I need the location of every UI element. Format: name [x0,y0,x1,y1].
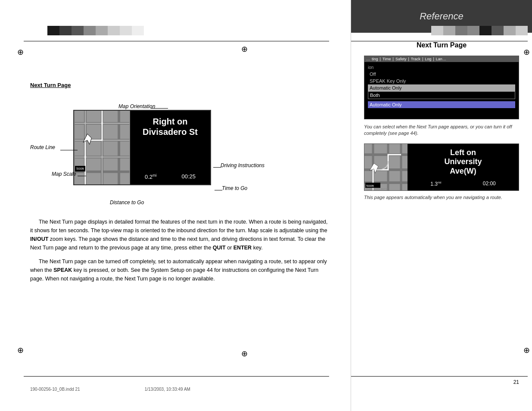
page-line-top-right [351,41,528,41]
svg-text:500ft: 500ft [366,184,374,188]
gps-direction-2: Left onUniversityAve(W) [410,146,516,176]
reg-mark-bottom-center: ⊕ [241,349,248,358]
callout-line-route [60,150,78,150]
gps-distance: 0.2mi [145,173,157,180]
bar-seg-r5 [479,26,492,35]
bar-seg-r8 [516,26,528,35]
page-line-top [30,41,329,41]
menu-separator2: | [393,57,394,61]
settings-auto-only-2: Automatic Only [368,101,515,108]
menu-item-land: Lan… [436,57,446,61]
settings-menu-bar: … ting | Time | Safety | Track | Log | L… [364,56,519,62]
color-bar-left [47,26,144,35]
gps-time: 00:25 [181,173,196,180]
gps-info-area-left: Right onDivisadero St 0.2mi 00:25 [130,111,210,184]
bar-seg-r7 [504,26,516,35]
callout-route-line: Route Line [30,144,55,150]
right-section-title: Next Turn Page [364,41,519,49]
body-para-2: The Next Turn page can be turned off com… [30,257,329,283]
callout-line-orientation [151,108,168,109]
color-bar-right [431,26,528,35]
callout-map-orientation: Map Orientation [118,103,155,109]
page-footer-left: 190-00256-10_0B.indd 21 1/13/2003, 10:33… [30,387,190,392]
settings-speak: SPEAK Key Only [368,78,515,84]
bar-seg-5 [96,26,108,35]
diagram-container: Map Orientation [30,101,329,205]
bar-seg-1 [47,26,59,35]
menu-item-track: Track [411,57,420,61]
map-scale-box: 500ft [75,166,85,171]
right-page: ⊕ ⊕ Reference Next Turn Page … ting | Ti… [351,0,532,411]
bar-seg-3 [72,26,84,35]
menu-item-routing: … [366,57,370,61]
callout-line-driving [213,167,221,168]
gps-screen-left: 500ft Right onDivisadero St 0.2mi 00:25 [73,110,211,185]
bar-seg-8 [132,26,144,35]
menu-item-safety: Safety [395,57,407,61]
bar-seg-r3 [455,26,467,35]
bar-seg-r4 [467,26,479,35]
svg-text:GAROSOURCE: GAROSOURCE [366,188,388,190]
reg-mark-bottom-right: ⊕ [523,346,530,355]
left-page: ⊕ ⊕ ⊕ ⊕ Next Turn Page Map Orientation [0,0,351,411]
section-title-left: Next Turn Page [30,82,329,88]
gps-screen-2: 500ft GAROSOURCE Left onUniversityAve(W)… [364,143,519,191]
gps-time-2: 02:00 [483,181,496,187]
menu-separator3: | [408,57,409,61]
caption-2: This page appears automatically when you… [364,194,519,201]
menu-item-time: Time [383,57,391,61]
map-area-2: 500ft GAROSOURCE [364,144,408,190]
page-line-bottom [30,376,329,377]
caption-1: You can select when the Next Turn page a… [364,124,519,137]
gps-settings-screen: … ting | Time | Safety | Track | Log | L… [364,56,519,119]
body-text: The Next Turn page displays in detailed … [30,218,329,283]
gps-direction-left: Right onDivisadero St [132,113,208,137]
callout-line-time [215,190,222,190]
settings-off: Off [368,71,515,78]
settings-bottom-space [368,108,515,117]
callout-distance-to-go: Distance to Go [110,199,144,206]
menu-separator5: | [433,57,434,61]
page-container: ⊕ ⊕ ⊕ ⊕ Next Turn Page Map Orientation [0,0,532,411]
reg-mark-top-left: ⊕ [17,47,24,57]
settings-auto-only: Automatic Only [368,84,515,91]
body-para-1: The Next Turn page displays in detailed … [30,218,329,252]
menu-item-log: Log [425,57,431,61]
reg-mark-top-center: ⊕ [241,44,248,54]
callout-line-scale [78,176,86,176]
bar-seg-4 [84,26,96,35]
settings-label: ion [368,64,515,71]
page-line-bottom-right [351,376,528,377]
bar-seg-r6 [492,26,504,35]
bar-seg-r2 [443,26,455,35]
bar-seg-2 [59,26,72,35]
tick-top [24,41,30,41]
map-area-left: 500ft [74,111,130,184]
settings-both: Both [368,91,515,99]
gps-distance-2: 1.3mi [430,181,441,187]
callout-time-to-go: Time to Go [222,185,247,191]
menu-item-timing: ting [372,57,378,61]
menu-separator: | [380,57,381,61]
reg-mark-bottom-left: ⊕ [17,346,24,355]
tick-bottom [24,376,30,377]
callout-map-scale: Map Scale [52,171,76,177]
bar-seg-r1 [431,26,443,35]
bar-seg-6 [108,26,120,35]
bar-seg-7 [120,26,132,35]
page-number-right: 21 [513,379,519,385]
callout-driving-instructions: Driving Instructions [221,162,264,168]
menu-separator4: | [422,57,423,61]
settings-body: ion Off SPEAK Key Only Automatic Only Bo… [364,62,519,119]
gps-info-area-2: Left onUniversityAve(W) 1.3mi 02:00 [408,144,519,190]
reg-mark-top-right: ⊕ [523,47,530,57]
gps-bottom-row-left: 0.2mi 00:25 [132,173,208,182]
gps-bottom-row-2: 1.3mi 02:00 [410,181,516,188]
